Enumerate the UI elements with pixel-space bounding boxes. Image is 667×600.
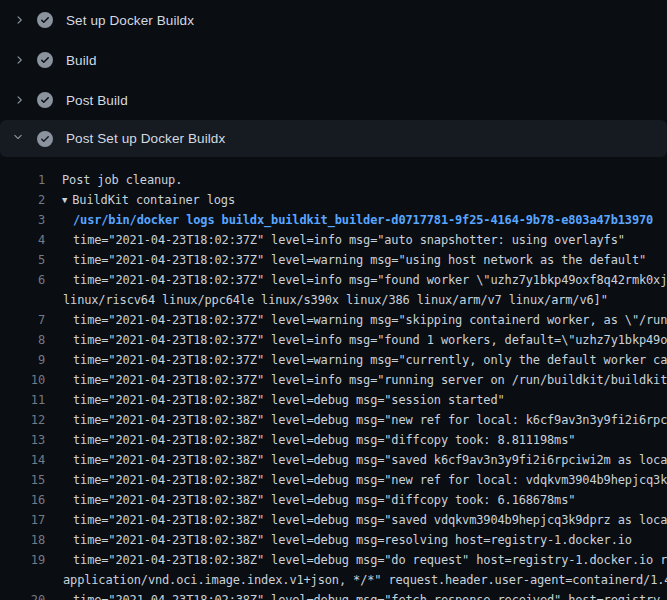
log-text: ▼linux/riscv64 linux/ppc64le linux/s390x… bbox=[63, 290, 608, 310]
step-label: Build bbox=[66, 53, 97, 68]
log-text-content: time="2021-04-23T18:02:38Z" level=debug … bbox=[73, 413, 667, 427]
log-line: 16 ▼time="2021-04-23T18:02:38Z" level=de… bbox=[0, 490, 667, 510]
log-text: ▼time="2021-04-23T18:02:37Z" level=info … bbox=[73, 230, 625, 250]
chevron-right-icon[interactable] bbox=[12, 12, 26, 28]
log-text-content: time="2021-04-23T18:02:37Z" level=warnin… bbox=[73, 253, 646, 267]
log-text-content: time="2021-04-23T18:02:38Z" level=debug … bbox=[73, 453, 667, 467]
log-line: 7 ▼time="2021-04-23T18:02:37Z" level=war… bbox=[0, 310, 667, 330]
log-text: ▼time="2021-04-23T18:02:37Z" level=info … bbox=[73, 370, 667, 390]
log-text-content: Post job cleanup. bbox=[62, 173, 182, 187]
log-text-content: application/vnd.oci.image.index.v1+json,… bbox=[63, 573, 667, 587]
log-line: 15 ▼time="2021-04-23T18:02:38Z" level=de… bbox=[0, 470, 667, 490]
log-line: 17 ▼time="2021-04-23T18:02:38Z" level=de… bbox=[0, 510, 667, 530]
line-number[interactable]: 3 bbox=[0, 210, 45, 230]
collapse-triangle-icon[interactable]: ▼ bbox=[62, 195, 67, 205]
line-number[interactable]: 6 bbox=[0, 270, 45, 290]
chevron-right-icon[interactable] bbox=[12, 52, 26, 68]
log-text-content: time="2021-04-23T18:02:38Z" level=debug … bbox=[73, 393, 505, 407]
log-text: ▼time="2021-04-23T18:02:38Z" level=debug… bbox=[73, 470, 667, 490]
line-number[interactable]: 17 bbox=[0, 510, 45, 530]
step-row-set-up-docker-buildx[interactable]: Set up Docker Buildx bbox=[0, 0, 667, 40]
log-text: ▼time="2021-04-23T18:02:38Z" level=debug… bbox=[73, 530, 632, 550]
log-text: ▼time="2021-04-23T18:02:37Z" level=warni… bbox=[73, 310, 667, 330]
check-circle-icon bbox=[37, 92, 53, 108]
line-number[interactable]: 8 bbox=[0, 330, 45, 350]
check-circle-icon bbox=[37, 131, 53, 147]
step-row-build[interactable]: Build bbox=[0, 40, 667, 80]
log-line: 4 ▼time="2021-04-23T18:02:37Z" level=inf… bbox=[0, 230, 667, 250]
log-text-content: BuildKit container logs bbox=[72, 193, 235, 207]
log-text: ▼time="2021-04-23T18:02:38Z" level=debug… bbox=[73, 450, 667, 470]
log-text: ▼time="2021-04-23T18:02:37Z" level=info … bbox=[73, 330, 667, 350]
log-text: ▼time="2021-04-23T18:02:37Z" level=info … bbox=[73, 270, 667, 290]
log-text: ▼time="2021-04-23T18:02:38Z" level=debug… bbox=[73, 510, 667, 530]
line-number[interactable]: 20 bbox=[0, 590, 45, 600]
line-number[interactable]: 4 bbox=[0, 230, 45, 250]
line-number[interactable]: 18 bbox=[0, 530, 45, 550]
log-line: 1 ▼Post job cleanup. bbox=[0, 170, 667, 190]
log-text: ▼application/vnd.oci.image.index.v1+json… bbox=[63, 570, 667, 590]
step-label: Set up Docker Buildx bbox=[66, 13, 194, 28]
check-circle-icon bbox=[37, 12, 53, 28]
log-line: 9 ▼time="2021-04-23T18:02:37Z" level=war… bbox=[0, 350, 667, 370]
line-number bbox=[0, 570, 45, 590]
log-text: ▼Post job cleanup. bbox=[62, 170, 182, 190]
log-line: 11 ▼time="2021-04-23T18:02:38Z" level=de… bbox=[0, 390, 667, 410]
line-number[interactable]: 11 bbox=[0, 390, 45, 410]
step-row-post-set-up-docker-buildx[interactable]: Post Set up Docker Buildx bbox=[0, 120, 667, 157]
log-text: ▼/usr/bin/docker logs buildx_buildkit_bu… bbox=[73, 210, 653, 230]
log-text-content: time="2021-04-23T18:02:38Z" level=debug … bbox=[73, 593, 667, 600]
chevron-down-icon[interactable] bbox=[12, 131, 26, 147]
line-number[interactable]: 1 bbox=[0, 170, 45, 190]
log-text-content: time="2021-04-23T18:02:37Z" level=info m… bbox=[73, 373, 667, 387]
line-number[interactable]: 12 bbox=[0, 410, 45, 430]
log-text-content: time="2021-04-23T18:02:38Z" level=debug … bbox=[73, 553, 667, 567]
line-number[interactable]: 2 bbox=[0, 190, 45, 210]
log-line: 14 ▼time="2021-04-23T18:02:38Z" level=de… bbox=[0, 450, 667, 470]
step-label: Post Build bbox=[66, 93, 128, 108]
check-circle-icon bbox=[37, 52, 53, 68]
line-number[interactable]: 10 bbox=[0, 370, 45, 390]
log-text: ▼time="2021-04-23T18:02:38Z" level=debug… bbox=[73, 550, 667, 570]
log-text-content: time="2021-04-23T18:02:38Z" level=debug … bbox=[73, 433, 575, 447]
log-line: 6 ▼time="2021-04-23T18:02:37Z" level=inf… bbox=[0, 270, 667, 290]
log-text: ▼time="2021-04-23T18:02:38Z" level=debug… bbox=[73, 490, 575, 510]
log-line: 12 ▼time="2021-04-23T18:02:38Z" level=de… bbox=[0, 410, 667, 430]
log-text-content: linux/riscv64 linux/ppc64le linux/s390x … bbox=[63, 293, 608, 307]
step-label: Post Set up Docker Buildx bbox=[66, 131, 225, 146]
log-text-content: time="2021-04-23T18:02:37Z" level=info m… bbox=[73, 233, 625, 247]
line-number[interactable]: 14 bbox=[0, 450, 45, 470]
log-line: 5 ▼time="2021-04-23T18:02:37Z" level=war… bbox=[0, 250, 667, 270]
log-text: ▼time="2021-04-23T18:02:37Z" level=warni… bbox=[73, 350, 667, 370]
log-line: 2 ▼BuildKit container logs bbox=[0, 190, 667, 210]
log-text: ▼time="2021-04-23T18:02:38Z" level=debug… bbox=[73, 590, 667, 600]
log-text-content: time="2021-04-23T18:02:37Z" level=warnin… bbox=[73, 353, 667, 367]
log-line: ▼linux/riscv64 linux/ppc64le linux/s390x… bbox=[0, 290, 667, 310]
log-line: 3 ▼/usr/bin/docker logs buildx_buildkit_… bbox=[0, 210, 667, 230]
log-line: 13 ▼time="2021-04-23T18:02:38Z" level=de… bbox=[0, 430, 667, 450]
line-number bbox=[0, 290, 45, 310]
log-text: ▼time="2021-04-23T18:02:37Z" level=warni… bbox=[73, 250, 646, 270]
line-number[interactable]: 13 bbox=[0, 430, 45, 450]
log-line: 20 ▼time="2021-04-23T18:02:38Z" level=de… bbox=[0, 590, 667, 600]
line-number[interactable]: 5 bbox=[0, 250, 45, 270]
log-text-content: time="2021-04-23T18:02:38Z" level=debug … bbox=[73, 493, 575, 507]
log-line: 10 ▼time="2021-04-23T18:02:37Z" level=in… bbox=[0, 370, 667, 390]
log-text-content: time="2021-04-23T18:02:37Z" level=info m… bbox=[73, 333, 667, 347]
chevron-right-icon[interactable] bbox=[12, 92, 26, 108]
log-line: 8 ▼time="2021-04-23T18:02:37Z" level=inf… bbox=[0, 330, 667, 350]
line-number[interactable]: 19 bbox=[0, 550, 45, 570]
log-line: 19 ▼time="2021-04-23T18:02:38Z" level=de… bbox=[0, 550, 667, 570]
line-number[interactable]: 15 bbox=[0, 470, 45, 490]
line-number[interactable]: 9 bbox=[0, 350, 45, 370]
step-row-post-build[interactable]: Post Build bbox=[0, 80, 667, 120]
line-number[interactable]: 16 bbox=[0, 490, 45, 510]
log-text-content: time="2021-04-23T18:02:37Z" level=info m… bbox=[73, 273, 667, 287]
log-text: ▼time="2021-04-23T18:02:38Z" level=debug… bbox=[73, 410, 667, 430]
log-text-content: time="2021-04-23T18:02:38Z" level=debug … bbox=[73, 473, 667, 487]
log-text-content: time="2021-04-23T18:02:37Z" level=warnin… bbox=[73, 313, 667, 327]
log-text-content: time="2021-04-23T18:02:38Z" level=debug … bbox=[73, 533, 632, 547]
log-line: 18 ▼time="2021-04-23T18:02:38Z" level=de… bbox=[0, 530, 667, 550]
log-text: ▼BuildKit container logs bbox=[62, 190, 235, 210]
line-number[interactable]: 7 bbox=[0, 310, 45, 330]
